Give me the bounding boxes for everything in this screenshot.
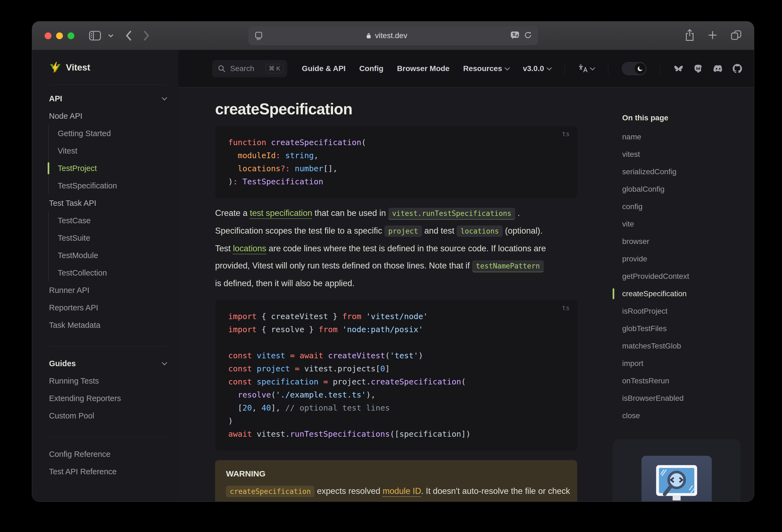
outline-item-isrootproject[interactable]: isRootProject: [613, 303, 751, 320]
outline-item-matchestestglob[interactable]: matchesTestGlob: [613, 337, 751, 355]
nav-link-config[interactable]: Config: [359, 64, 383, 73]
text: that can be used in: [312, 208, 388, 218]
sidebar-item-testspecification[interactable]: TestSpecification: [48, 177, 166, 194]
bluesky-icon[interactable]: [674, 64, 683, 73]
sidebar-item-testproject[interactable]: TestProject: [48, 159, 166, 177]
outline-item-serializedconfig[interactable]: serializedConfig: [613, 163, 751, 180]
sidebar-item-testmodule[interactable]: TestModule: [48, 247, 166, 264]
outline-item-browser[interactable]: browser: [613, 233, 751, 250]
address-bar[interactable]: vitest.dev: [248, 26, 538, 45]
search-button[interactable]: Search ⌘ K: [212, 60, 287, 77]
sidebar-item-config-reference[interactable]: Config Reference: [49, 446, 166, 463]
outline-item-config[interactable]: config: [613, 198, 751, 215]
sidebar-item-vitest[interactable]: Vitest: [48, 142, 166, 159]
code-line: const project = vitest.projects[0]: [228, 362, 569, 375]
code-line: ): [228, 414, 569, 427]
language-menu[interactable]: [579, 64, 594, 73]
new-tab-icon[interactable]: [707, 30, 718, 42]
text: . It doesn't auto-resolve the file or ch…: [421, 486, 570, 496]
doc-paragraph: Create a test specification that can be …: [215, 205, 577, 292]
outline-item-provide[interactable]: provide: [613, 250, 751, 268]
text: Specification scopes the test file to a …: [215, 226, 385, 236]
sidebar-item-getting-started[interactable]: Getting Started: [48, 125, 166, 142]
reader-view-icon[interactable]: [254, 31, 263, 40]
url-text: vitest.dev: [263, 31, 510, 40]
outline-item-vite[interactable]: vite: [613, 215, 751, 233]
close-window-button[interactable]: [45, 32, 51, 39]
code-line: [20, 40], // optional test lines: [228, 401, 569, 414]
inline-code-link[interactable]: testNamePattern: [472, 260, 544, 272]
webpage: Vitest APINode APIGetting StartedVitestT…: [32, 50, 754, 501]
minimize-window-button[interactable]: [56, 32, 63, 39]
zoom-window-button[interactable]: [68, 32, 74, 39]
share-icon[interactable]: [685, 29, 695, 42]
outline-title: On this page: [613, 113, 751, 122]
sidebar-item-testcollection[interactable]: TestCollection: [48, 264, 166, 282]
text: is defined, then it will also be applied…: [215, 279, 355, 288]
code-line: ): TestSpecification: [228, 175, 569, 188]
nav-menu-resources[interactable]: Resources: [463, 64, 509, 73]
reload-icon[interactable]: [524, 31, 532, 40]
code-line: const specification = project.createSpec…: [228, 375, 569, 388]
github-icon[interactable]: [733, 64, 742, 73]
sidebar-item-test-task-api[interactable]: Test Task API: [49, 194, 166, 212]
back-button[interactable]: [125, 30, 132, 41]
sidebar-item-testsuite[interactable]: TestSuite: [48, 229, 166, 247]
nav-link-guide-api[interactable]: Guide & API: [302, 64, 346, 73]
chevron-down-icon[interactable]: [108, 34, 113, 38]
chevron-down-icon: [546, 65, 552, 71]
outline-item-createspecification[interactable]: createSpecification: [613, 285, 751, 303]
outline-item-name[interactable]: name: [613, 128, 751, 146]
text: and test: [422, 226, 457, 236]
sidebar-item-node-api[interactable]: Node API: [49, 107, 166, 125]
desktop: { "chrome": { "url": "vitest.dev" }, "to…: [0, 0, 782, 532]
tab-overview-icon[interactable]: [731, 30, 742, 42]
vitest-logo-icon: [49, 61, 62, 74]
text: Create a: [215, 208, 250, 218]
inline-code: createSpecification: [226, 486, 315, 497]
chevron-down-icon: [590, 65, 595, 71]
outline-item-ontestsrerun[interactable]: onTestsRerun: [613, 372, 751, 390]
inline-code-link[interactable]: vitest.runTestSpecifications: [388, 208, 515, 220]
sidebar-item-runner-api[interactable]: Runner API: [49, 282, 166, 299]
dark-mode-toggle[interactable]: [622, 62, 646, 75]
sidebar-item-extending-reporters[interactable]: Extending Reporters: [49, 390, 166, 407]
outline-item-close[interactable]: close: [613, 407, 751, 424]
sponsor-card[interactable]: [613, 439, 741, 501]
warning-title: WARNING: [226, 468, 566, 479]
translate-language-icon: [579, 64, 588, 73]
text: Test: [215, 244, 233, 253]
outline-item-import[interactable]: import: [613, 355, 751, 372]
outline-item-getprovidedcontext[interactable]: getProvidedContext: [613, 268, 751, 285]
nav-menu-v3-0-0[interactable]: v3.0.0: [523, 64, 551, 73]
sidebar-group-title-api[interactable]: API: [49, 90, 166, 107]
site-navbar: Search ⌘ K Guide & APIConfigBrowser Mode…: [178, 50, 754, 87]
outline-item-vitest[interactable]: vitest: [613, 146, 751, 163]
site-brand[interactable]: Vitest: [49, 50, 166, 85]
sidebar-item-test-api-reference[interactable]: Test API Reference: [49, 463, 166, 480]
sidebar-item-testcase[interactable]: TestCase: [48, 212, 166, 229]
forward-button[interactable]: [143, 30, 150, 41]
translate-icon[interactable]: [510, 31, 520, 40]
code-line: await vitest.runTestSpecifications([spec…: [228, 427, 569, 440]
text: expects resolved: [315, 486, 383, 496]
outline-item-globalconfig[interactable]: globalConfig: [613, 180, 751, 198]
doc-link[interactable]: module ID: [383, 486, 421, 496]
discord-icon[interactable]: [713, 64, 722, 73]
nav-link-browser-mode[interactable]: Browser Mode: [397, 64, 450, 73]
sidebar-item-task-metadata[interactable]: Task Metadata: [49, 316, 166, 334]
warning-line: that it exists on the file system.: [226, 499, 566, 501]
sidebar-item-reporters-api[interactable]: Reporters API: [49, 299, 166, 316]
toggle-knob: [635, 63, 646, 74]
sidebar-group-title-guides[interactable]: Guides: [49, 355, 166, 372]
mastodon-icon[interactable]: [694, 64, 703, 73]
moon-icon: [637, 65, 644, 72]
outline-item-isbrowserenabled[interactable]: isBrowserEnabled: [613, 390, 751, 407]
sidebar-group-api: APINode APIGetting StartedVitestTestProj…: [49, 85, 166, 334]
outline-item-globtestfiles[interactable]: globTestFiles: [613, 320, 751, 337]
sidebar-toggle-icon[interactable]: [89, 31, 101, 41]
doc-link[interactable]: locations: [233, 244, 266, 253]
doc-link[interactable]: test specification: [250, 208, 312, 218]
sidebar-item-running-tests[interactable]: Running Tests: [49, 372, 166, 390]
sidebar-item-custom-pool[interactable]: Custom Pool: [49, 407, 166, 424]
